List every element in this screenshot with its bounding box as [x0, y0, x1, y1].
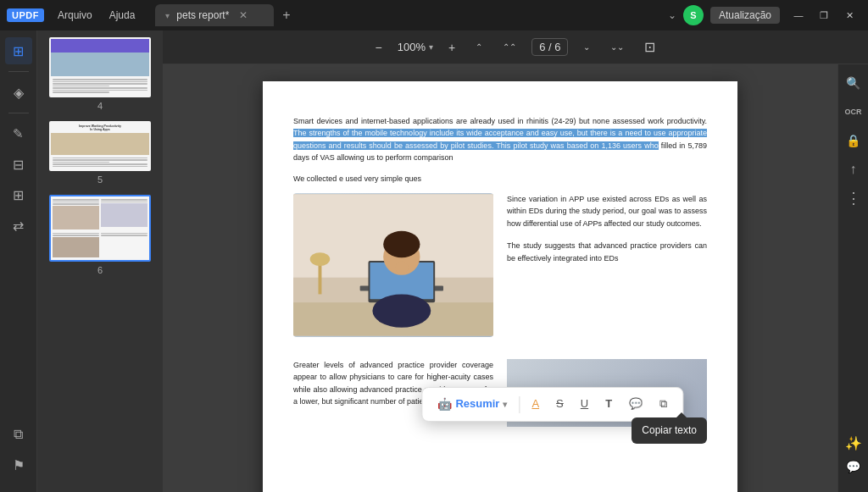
tab-label: pets report*: [176, 9, 229, 21]
line: [53, 233, 99, 235]
thumb-img-6: [49, 195, 151, 262]
tab-chevron: ▾: [165, 11, 170, 20]
sidebar-icon-layers[interactable]: ⧉: [5, 421, 32, 448]
copy-tooltip: Copiar texto: [632, 417, 707, 444]
thumbnail-page-6[interactable]: 6: [41, 195, 159, 275]
right-bar-bottom: ✨ 💬: [842, 431, 865, 485]
toolbar-divider: [519, 396, 520, 413]
highlight-color-button[interactable]: A: [526, 393, 544, 416]
fit-page-button[interactable]: ⊡: [639, 36, 660, 58]
line: [53, 199, 99, 201]
right-col-para1: Since variation in APP use existed acros…: [507, 193, 707, 229]
pdf-page: Smart devices and internet-based applica…: [263, 81, 737, 492]
thumb4-lines: [51, 76, 149, 96]
thumb6-img2: [101, 203, 147, 227]
ai-icon-btn[interactable]: ✨: [842, 431, 865, 455]
thumb6-bottom: [53, 232, 147, 258]
pdf-two-col: Since variation in APP use existed acros…: [293, 193, 707, 346]
chat-icon-btn[interactable]: 💬: [842, 455, 865, 478]
copy-tooltip-label: Copiar texto: [642, 424, 697, 436]
sidebar-icon-stamp[interactable]: ◈: [5, 79, 32, 106]
line: [53, 81, 147, 83]
line: [53, 86, 109, 87]
lock-icon-btn[interactable]: 🔒: [842, 129, 865, 152]
active-tab[interactable]: ▾ pets report* ✕: [155, 4, 274, 26]
window-controls: — ❐ ✕: [787, 7, 861, 24]
thumb4-header: [51, 39, 149, 53]
thumb-num-6: 6: [97, 265, 103, 275]
sidebar-divider: [8, 71, 29, 72]
ocr-icon-btn[interactable]: OCR: [842, 100, 865, 124]
selection-toolbar: 🤖 Resumir ▾ A S U: [421, 387, 683, 422]
line: [53, 159, 147, 161]
zoom-out-button[interactable]: −: [370, 38, 387, 57]
zoom-in-button[interactable]: +: [443, 38, 460, 57]
sidebar-icon-page[interactable]: ⊞: [5, 37, 32, 64]
menu-arquivo[interactable]: Arquivo: [51, 6, 99, 25]
sidebar-icon-organize[interactable]: ⊞: [5, 181, 32, 208]
resumir-button[interactable]: 🤖 Resumir ▾: [432, 393, 512, 415]
title-bar: UPDF Arquivo Ajuda ▾ pets report* ✕ + ⌄ …: [0, 0, 868, 30]
right-col-para2: The study suggests that advanced practic…: [507, 240, 707, 264]
pdf-col-left: [293, 193, 493, 346]
minimize-button[interactable]: —: [787, 7, 810, 24]
line: [53, 79, 147, 80]
add-tab-button[interactable]: +: [274, 4, 298, 26]
nav-down-bottom-button[interactable]: ⌄⌄: [605, 40, 629, 54]
copy-button[interactable]: ⧉: [654, 393, 672, 416]
thumbnail-page-5[interactable]: Improve Working ProductivityIn Using App…: [41, 121, 159, 185]
sidebar-icon-convert[interactable]: ⇄: [5, 212, 32, 239]
line: [53, 87, 147, 89]
tabs-area: ▾ pets report* ✕ +: [155, 4, 661, 26]
update-button[interactable]: Atualização: [710, 7, 780, 24]
search-icon-btn[interactable]: 🔍: [842, 71, 865, 95]
zoom-dropdown[interactable]: ▾: [429, 42, 433, 52]
pdf-scroll-area[interactable]: Smart devices and internet-based applica…: [163, 64, 837, 492]
svg-point-8: [383, 231, 420, 257]
line: [53, 203, 99, 205]
thumb5-image: [51, 133, 149, 155]
underline-button[interactable]: U: [576, 393, 593, 416]
sidebar-icon-bookmark[interactable]: ⚑: [5, 451, 32, 478]
tab-list-dropdown[interactable]: ⌄: [668, 9, 676, 21]
thumb6-bl: [53, 232, 99, 258]
share-icon-btn[interactable]: ↑: [842, 158, 865, 181]
sidebar-icon-comment[interactable]: ⊟: [5, 151, 32, 178]
pdf-text: Smart devices and internet-based applica…: [293, 115, 707, 185]
tab-close-button[interactable]: ✕: [239, 9, 248, 21]
nav-down-button[interactable]: ⌄: [578, 40, 595, 54]
close-button[interactable]: ✕: [837, 7, 861, 24]
pdf-area: − 100% ▾ + ⌃ ⌃⌃ 6 / 6 ⌄ ⌄⌄ ⊡ Sm: [163, 30, 868, 492]
more-options-icon-btn[interactable]: ⋮: [842, 186, 865, 210]
thumb5-lines: [51, 155, 149, 170]
comment-button[interactable]: 💬: [624, 393, 648, 416]
pdf-toolbar: − 100% ▾ + ⌃ ⌃⌃ 6 / 6 ⌄ ⌄⌄ ⊡: [163, 30, 868, 64]
thumb4-image: [51, 53, 149, 76]
pdf-content-wrapper: Smart devices and internet-based applica…: [163, 64, 868, 492]
line: [101, 199, 147, 201]
thumbnail-page-4[interactable]: 4: [41, 37, 159, 111]
thumb-num-4: 4: [97, 101, 103, 111]
zoom-level: 100%: [398, 41, 426, 53]
nav-up-button[interactable]: ⌃: [470, 40, 487, 54]
menu-ajuda[interactable]: Ajuda: [103, 6, 142, 25]
user-avatar[interactable]: S: [683, 5, 704, 25]
thumb6-left: [53, 198, 99, 230]
maximize-button[interactable]: ❐: [812, 7, 836, 24]
nav-up-top-button[interactable]: ⌃⌃: [498, 40, 521, 54]
underline-icon: U: [581, 395, 588, 413]
line: [53, 91, 109, 93]
line: [101, 233, 147, 235]
sidebar-icon-edit[interactable]: ✎: [5, 120, 32, 147]
thumbnail-panel: 4 Improve Working ProductivityIn Using A…: [37, 30, 163, 492]
right-icon-bar: 🔍 OCR 🔒 ↑ ⋮ ✨ 💬: [837, 64, 868, 492]
text-button[interactable]: T: [600, 393, 617, 416]
sidebar-divider2: [8, 113, 29, 113]
resumir-dropdown[interactable]: ▾: [503, 398, 507, 412]
strikethrough-button[interactable]: S: [551, 393, 569, 416]
strikethrough-icon: S: [556, 395, 564, 413]
page-indicator: 6 / 6: [531, 38, 568, 56]
copy-icon: ⧉: [659, 395, 667, 413]
thumb6-bottom-row: [53, 232, 147, 258]
thumb6-img1: [53, 206, 99, 229]
